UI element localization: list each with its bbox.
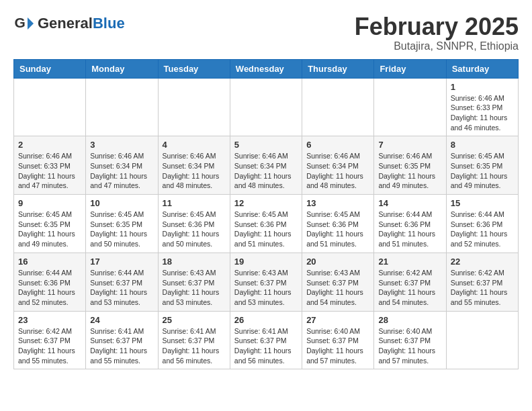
calendar-header-cell: Sunday — [14, 59, 86, 78]
calendar-day-cell — [14, 78, 86, 136]
calendar-day-cell: 14Sunrise: 6:44 AM Sunset: 6:36 PM Dayli… — [374, 195, 446, 253]
day-number: 8 — [451, 140, 514, 150]
calendar-header-cell: Tuesday — [158, 59, 230, 78]
calendar-day-cell: 11Sunrise: 6:45 AM Sunset: 6:36 PM Dayli… — [158, 195, 230, 253]
day-number: 4 — [163, 140, 226, 150]
calendar-week-row: 9Sunrise: 6:45 AM Sunset: 6:35 PM Daylig… — [14, 195, 519, 253]
day-info: Sunrise: 6:40 AM Sunset: 6:37 PM Dayligh… — [378, 326, 441, 366]
svg-marker-1 — [28, 17, 34, 30]
day-info: Sunrise: 6:46 AM Sunset: 6:33 PM Dayligh… — [451, 93, 514, 133]
calendar-header-cell: Wednesday — [230, 59, 302, 78]
day-number: 9 — [18, 198, 81, 208]
day-info: Sunrise: 6:41 AM Sunset: 6:37 PM Dayligh… — [234, 326, 298, 366]
day-info: Sunrise: 6:45 AM Sunset: 6:36 PM Dayligh… — [234, 210, 298, 249]
calendar-day-cell: 24Sunrise: 6:41 AM Sunset: 6:37 PM Dayli… — [86, 311, 158, 369]
calendar-day-cell: 22Sunrise: 6:42 AM Sunset: 6:37 PM Dayli… — [446, 253, 518, 311]
day-info: Sunrise: 6:45 AM Sunset: 6:35 PM Dayligh… — [18, 210, 81, 249]
day-info: Sunrise: 6:41 AM Sunset: 6:37 PM Dayligh… — [90, 326, 153, 366]
calendar-day-cell: 8Sunrise: 6:45 AM Sunset: 6:35 PM Daylig… — [446, 136, 518, 195]
calendar-day-cell: 20Sunrise: 6:43 AM Sunset: 6:37 PM Dayli… — [302, 253, 374, 311]
day-number: 19 — [234, 257, 298, 267]
main-title: February 2025 — [355, 13, 519, 40]
day-info: Sunrise: 6:43 AM Sunset: 6:37 PM Dayligh… — [234, 268, 298, 308]
day-info: Sunrise: 6:46 AM Sunset: 6:34 PM Dayligh… — [306, 151, 369, 191]
day-number: 18 — [163, 257, 226, 267]
calendar-day-cell: 23Sunrise: 6:42 AM Sunset: 6:37 PM Dayli… — [14, 311, 86, 369]
day-number: 17 — [90, 257, 153, 267]
day-info: Sunrise: 6:40 AM Sunset: 6:37 PM Dayligh… — [306, 326, 369, 366]
day-number: 13 — [306, 198, 369, 208]
day-info: Sunrise: 6:43 AM Sunset: 6:37 PM Dayligh… — [306, 268, 369, 308]
day-number: 26 — [234, 315, 298, 325]
day-info: Sunrise: 6:43 AM Sunset: 6:37 PM Dayligh… — [163, 268, 226, 308]
calendar-day-cell: 21Sunrise: 6:42 AM Sunset: 6:37 PM Dayli… — [374, 253, 446, 311]
calendar-day-cell: 3Sunrise: 6:46 AM Sunset: 6:34 PM Daylig… — [86, 136, 158, 195]
calendar-day-cell — [302, 78, 374, 136]
day-info: Sunrise: 6:46 AM Sunset: 6:34 PM Dayligh… — [234, 151, 298, 191]
calendar-day-cell: 2Sunrise: 6:46 AM Sunset: 6:33 PM Daylig… — [14, 136, 86, 195]
calendar-header: SundayMondayTuesdayWednesdayThursdayFrid… — [14, 59, 519, 78]
day-info: Sunrise: 6:44 AM Sunset: 6:37 PM Dayligh… — [90, 268, 153, 308]
calendar-day-cell: 28Sunrise: 6:40 AM Sunset: 6:37 PM Dayli… — [374, 311, 446, 369]
calendar-day-cell: 17Sunrise: 6:44 AM Sunset: 6:37 PM Dayli… — [86, 253, 158, 311]
day-info: Sunrise: 6:42 AM Sunset: 6:37 PM Dayligh… — [451, 268, 514, 308]
calendar-table: SundayMondayTuesdayWednesdayThursdayFrid… — [13, 59, 519, 370]
calendar-day-cell: 27Sunrise: 6:40 AM Sunset: 6:37 PM Dayli… — [302, 311, 374, 369]
calendar-day-cell: 6Sunrise: 6:46 AM Sunset: 6:34 PM Daylig… — [302, 136, 374, 195]
day-info: Sunrise: 6:45 AM Sunset: 6:35 PM Dayligh… — [451, 151, 514, 191]
day-number: 6 — [306, 140, 369, 150]
calendar-day-cell — [374, 78, 446, 136]
calendar-header-cell: Saturday — [446, 59, 518, 78]
day-number: 21 — [378, 257, 441, 267]
day-info: Sunrise: 6:41 AM Sunset: 6:37 PM Dayligh… — [163, 326, 226, 366]
sub-title: Butajira, SNNPR, Ethiopia — [355, 40, 519, 52]
calendar-day-cell — [446, 311, 518, 369]
calendar-day-cell: 19Sunrise: 6:43 AM Sunset: 6:37 PM Dayli… — [230, 253, 302, 311]
day-number: 27 — [306, 315, 369, 325]
day-number: 5 — [234, 140, 298, 150]
calendar-week-row: 16Sunrise: 6:44 AM Sunset: 6:36 PM Dayli… — [14, 253, 519, 311]
page-header: G GeneralBlue February 2025 Butajira, SN… — [13, 13, 519, 52]
calendar-body: 1Sunrise: 6:46 AM Sunset: 6:33 PM Daylig… — [14, 78, 519, 369]
day-number: 2 — [18, 140, 81, 150]
calendar-day-cell: 9Sunrise: 6:45 AM Sunset: 6:35 PM Daylig… — [14, 195, 86, 253]
calendar-day-cell: 26Sunrise: 6:41 AM Sunset: 6:37 PM Dayli… — [230, 311, 302, 369]
day-info: Sunrise: 6:42 AM Sunset: 6:37 PM Dayligh… — [18, 326, 81, 366]
day-number: 14 — [378, 198, 441, 208]
logo: G GeneralBlue — [13, 13, 125, 34]
day-number: 28 — [378, 315, 441, 325]
calendar-header-cell: Friday — [374, 59, 446, 78]
day-info: Sunrise: 6:44 AM Sunset: 6:36 PM Dayligh… — [451, 210, 514, 249]
day-info: Sunrise: 6:45 AM Sunset: 6:36 PM Dayligh… — [163, 210, 226, 249]
calendar-day-cell: 16Sunrise: 6:44 AM Sunset: 6:36 PM Dayli… — [14, 253, 86, 311]
day-info: Sunrise: 6:46 AM Sunset: 6:34 PM Dayligh… — [163, 151, 226, 191]
calendar-day-cell — [230, 78, 302, 136]
calendar-day-cell: 15Sunrise: 6:44 AM Sunset: 6:36 PM Dayli… — [446, 195, 518, 253]
day-number: 11 — [163, 198, 226, 208]
calendar-week-row: 2Sunrise: 6:46 AM Sunset: 6:33 PM Daylig… — [14, 136, 519, 195]
day-info: Sunrise: 6:44 AM Sunset: 6:36 PM Dayligh… — [18, 268, 81, 308]
calendar-day-cell: 5Sunrise: 6:46 AM Sunset: 6:34 PM Daylig… — [230, 136, 302, 195]
day-number: 15 — [451, 198, 514, 208]
calendar-day-cell: 7Sunrise: 6:46 AM Sunset: 6:35 PM Daylig… — [374, 136, 446, 195]
day-number: 10 — [90, 198, 153, 208]
day-info: Sunrise: 6:45 AM Sunset: 6:35 PM Dayligh… — [90, 210, 153, 249]
calendar-day-cell: 13Sunrise: 6:45 AM Sunset: 6:36 PM Dayli… — [302, 195, 374, 253]
day-number: 20 — [306, 257, 369, 267]
calendar-day-cell — [86, 78, 158, 136]
calendar-day-cell: 12Sunrise: 6:45 AM Sunset: 6:36 PM Dayli… — [230, 195, 302, 253]
day-number: 22 — [451, 257, 514, 267]
day-number: 7 — [378, 140, 441, 150]
calendar-day-cell: 10Sunrise: 6:45 AM Sunset: 6:35 PM Dayli… — [86, 195, 158, 253]
calendar-day-cell: 4Sunrise: 6:46 AM Sunset: 6:34 PM Daylig… — [158, 136, 230, 195]
calendar-week-row: 1Sunrise: 6:46 AM Sunset: 6:33 PM Daylig… — [14, 78, 519, 136]
calendar-day-cell — [158, 78, 230, 136]
day-info: Sunrise: 6:42 AM Sunset: 6:37 PM Dayligh… — [378, 268, 441, 308]
day-info: Sunrise: 6:45 AM Sunset: 6:36 PM Dayligh… — [306, 210, 369, 249]
day-number: 23 — [18, 315, 81, 325]
day-number: 3 — [90, 140, 153, 150]
title-area: February 2025 Butajira, SNNPR, Ethiopia — [355, 13, 519, 52]
calendar-header-cell: Thursday — [302, 59, 374, 78]
day-info: Sunrise: 6:46 AM Sunset: 6:35 PM Dayligh… — [378, 151, 441, 191]
calendar-day-cell: 18Sunrise: 6:43 AM Sunset: 6:37 PM Dayli… — [158, 253, 230, 311]
